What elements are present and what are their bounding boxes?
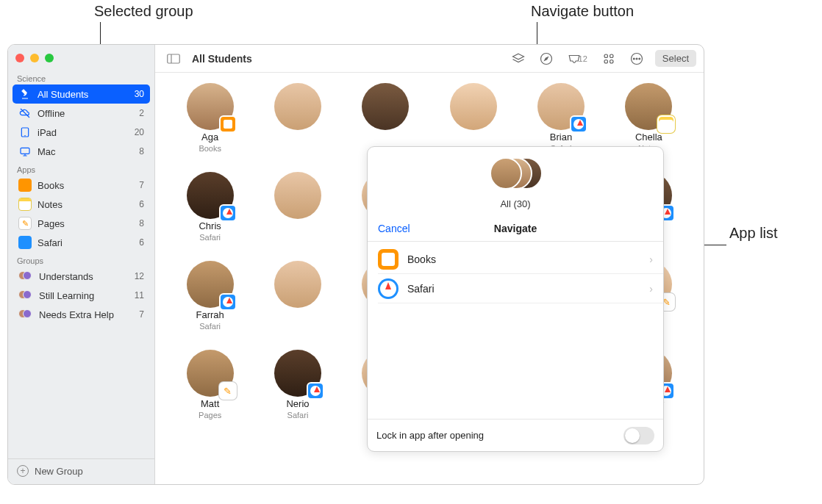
student-name: Chella (635, 132, 662, 143)
select-button[interactable]: Select (655, 50, 696, 67)
group-avatars-icon (18, 309, 33, 320)
dialog-group-label: All (30) (500, 198, 530, 209)
student-avatar (274, 350, 321, 397)
screens-button[interactable] (509, 49, 528, 68)
svg-marker-10 (544, 57, 548, 60)
student-tile[interactable]: ChellaNotes (607, 83, 690, 153)
sidebar-item-label: Offline (37, 108, 133, 119)
sidebar-app-books[interactable]: Books7 (12, 176, 150, 195)
zoom-icon[interactable] (45, 54, 54, 62)
sidebar-group-needs-extra-help[interactable]: Needs Extra Help7 (12, 305, 150, 324)
student-name: Farrah (196, 309, 224, 320)
callout-selected-group: Selected group (94, 3, 193, 20)
student-avatar (274, 172, 321, 219)
sidebar-item-offline[interactable]: Offline2 (12, 104, 150, 123)
svg-point-13 (604, 60, 608, 63)
sidebar-item-label: All Students (37, 89, 129, 100)
more-button[interactable] (627, 49, 646, 68)
sidebar-item-count: 6 (139, 199, 144, 209)
sidebar-app-pages[interactable]: Pages8 (12, 214, 150, 233)
navigate-app-books[interactable]: Books› (378, 245, 663, 274)
sidebar-section-class: Science (8, 70, 154, 84)
student-tile[interactable] (432, 83, 515, 153)
student-app-label: Books (199, 144, 221, 153)
navigate-app-label: Books (407, 253, 640, 265)
compass-icon (540, 52, 553, 65)
chevron-right-icon: › (649, 283, 653, 295)
student-name: Nerio (286, 398, 309, 409)
toggle-sidebar-button[interactable] (164, 49, 183, 68)
student-tile[interactable]: AgaBooks (168, 83, 251, 153)
sidebar-item-ipad[interactable]: iPad20 (12, 123, 150, 142)
svg-point-14 (610, 60, 613, 63)
sidebar-item-count: 30 (135, 89, 144, 99)
sidebar-item-count: 2 (139, 108, 144, 118)
toolbar: All Students 12 Select (155, 45, 704, 73)
group-avatars-icon (18, 290, 33, 300)
lock-in-app-toggle[interactable] (623, 427, 654, 444)
svg-rect-6 (168, 54, 180, 63)
student-tile[interactable] (256, 261, 339, 331)
student-tile[interactable] (344, 83, 427, 153)
student-tile[interactable]: MattPages (168, 350, 251, 420)
svg-point-17 (636, 58, 637, 60)
window-controls (8, 49, 154, 70)
student-tile[interactable]: FarrahSafari (168, 261, 251, 331)
navigate-app-safari[interactable]: Safari› (378, 274, 663, 303)
sidebar-item-label: Needs Extra Help (39, 309, 133, 320)
svg-point-16 (633, 58, 635, 60)
navigate-dialog: All (30) Cancel Navigate Books›Safari› L… (367, 146, 664, 452)
student-avatar (274, 261, 321, 308)
safari-badge-icon (219, 293, 237, 311)
navigate-app-list: Books›Safari› (368, 242, 663, 303)
sidebar-item-mac[interactable]: Mac8 (12, 142, 150, 161)
main: All Students 12 Select AgaBooksBrianSafa… (155, 45, 704, 484)
student-name: Chris (199, 220, 221, 231)
student-name: Brian (550, 132, 572, 143)
minimize-icon[interactable] (30, 54, 39, 62)
sidebar-item-all-students[interactable]: All Students30 (12, 84, 150, 104)
new-group-button[interactable]: + New Group (8, 458, 154, 484)
student-tile[interactable] (256, 83, 339, 153)
student-app-label: Safari (199, 233, 221, 242)
student-avatar (450, 83, 497, 130)
books-icon (18, 179, 32, 192)
sidebar-item-label: Books (37, 180, 133, 191)
navigate-app-label: Safari (407, 283, 640, 295)
student-app-label: Safari (287, 411, 309, 420)
student-avatar (187, 83, 234, 130)
sidebar: Science All Students30Offline2iPad20Mac8… (8, 45, 155, 484)
student-avatar (187, 350, 234, 397)
student-tile[interactable]: ChrisSafari (168, 172, 251, 242)
sidebar-item-label: Pages (37, 218, 133, 229)
student-tile[interactable]: NerioSafari (256, 350, 339, 420)
notes-badge-icon (657, 115, 675, 133)
navigate-button[interactable] (537, 49, 556, 68)
student-tile[interactable]: BrianSafari (519, 83, 602, 153)
apps-grid-button[interactable] (599, 49, 618, 68)
sidebar-app-notes[interactable]: Notes6 (12, 195, 150, 214)
pages-badge-icon (219, 382, 237, 400)
layers-icon (512, 52, 525, 65)
inbox-button[interactable]: 12 (565, 49, 590, 68)
plus-icon: + (17, 465, 29, 477)
sidebar-app-safari[interactable]: Safari6 (12, 233, 150, 252)
app-window: Science All Students30Offline2iPad20Mac8… (7, 44, 704, 485)
close-icon[interactable] (15, 54, 24, 62)
sidebar-item-count: 20 (135, 127, 144, 137)
cancel-button[interactable]: Cancel (378, 223, 410, 234)
student-tile[interactable] (256, 172, 339, 242)
sidebar-item-count: 8 (139, 146, 144, 156)
safari-icon (378, 278, 399, 299)
page-title: All Students (192, 53, 252, 65)
microscope-icon (18, 87, 32, 101)
sidebar-group-understands[interactable]: Understands12 (12, 267, 150, 286)
student-app-label: Safari (199, 322, 221, 331)
new-group-label: New Group (35, 466, 83, 477)
mac-icon (18, 145, 32, 158)
sidebar-item-count: 11 (135, 290, 144, 300)
student-avatar (537, 83, 585, 130)
ipad-icon (18, 126, 32, 139)
sidebar-group-still-learning[interactable]: Still Learning11 (12, 286, 150, 305)
sidebar-item-count: 7 (139, 180, 144, 190)
